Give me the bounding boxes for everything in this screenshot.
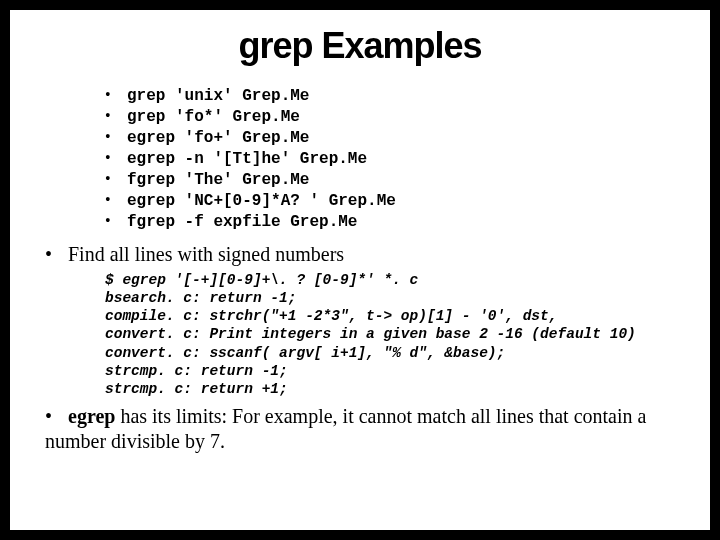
- code-output-block: $ egrep '[-+][0-9]+\. ? [0-9]*' *. c bse…: [105, 271, 695, 398]
- egrep-keyword: egrep: [68, 405, 115, 427]
- example-item: fgrep -f expfile Grep.Me: [105, 211, 695, 232]
- bullet-egrep-limits: egrep has its limits: For example, it ca…: [45, 404, 695, 454]
- example-item: egrep 'NC+[0-9]*A? ' Grep.Me: [105, 190, 695, 211]
- grep-examples-list: grep 'unix' Grep.Me grep 'fo*' Grep.Me e…: [105, 85, 695, 232]
- example-item: egrep -n '[Tt]he' Grep.Me: [105, 148, 695, 169]
- slide-title: grep Examples: [25, 25, 695, 67]
- example-item: egrep 'fo+' Grep.Me: [105, 127, 695, 148]
- example-item: grep 'fo*' Grep.Me: [105, 106, 695, 127]
- bullet-rest: has its limits: For example, it cannot m…: [45, 405, 646, 452]
- example-item: grep 'unix' Grep.Me: [105, 85, 695, 106]
- slide: grep Examples grep 'unix' Grep.Me grep '…: [10, 10, 710, 530]
- description-list: Find all lines with signed numbers $ egr…: [45, 242, 695, 454]
- bullet-text: Find all lines with signed numbers: [68, 243, 344, 265]
- bullet-find-signed: Find all lines with signed numbers $ egr…: [45, 242, 695, 398]
- example-item: fgrep 'The' Grep.Me: [105, 169, 695, 190]
